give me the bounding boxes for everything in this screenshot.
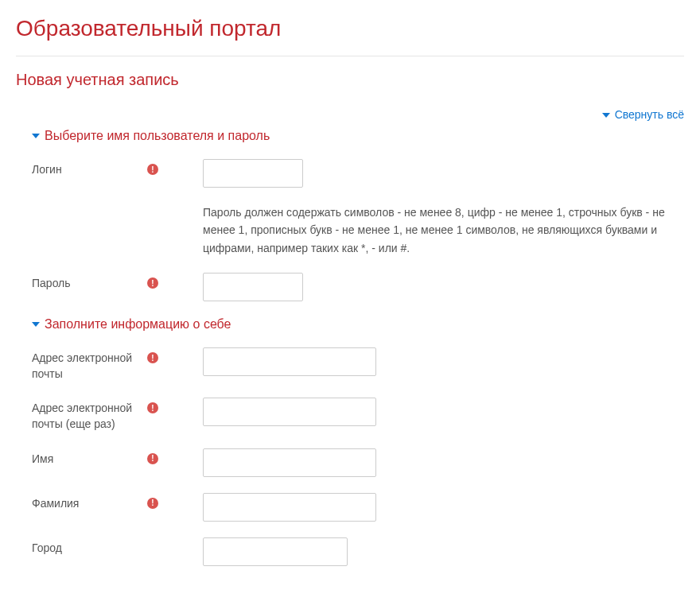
required-icon: ! <box>147 498 158 509</box>
login-input[interactable] <box>203 159 303 188</box>
divider <box>16 56 684 56</box>
collapse-all-link[interactable]: Свернуть всё <box>602 108 684 121</box>
section-personal: Заполните информацию о себе Адрес электр… <box>16 317 684 565</box>
email-confirm-input[interactable] <box>203 398 376 426</box>
password-help-text: Пароль должен содержать символов - не ме… <box>16 204 684 257</box>
section-credentials-header[interactable]: Выберите имя пользователя и пароль <box>16 129 684 143</box>
required-icon: ! <box>147 164 158 175</box>
email-label: Адрес электронной почты <box>32 351 141 382</box>
email-input[interactable] <box>203 347 376 376</box>
chevron-down-icon <box>32 134 40 138</box>
section-personal-title: Заполните информацию о себе <box>45 317 231 332</box>
field-firstname: Имя ! <box>16 448 684 477</box>
email-confirm-label: Адрес электронной почты (еще раз) <box>32 401 141 432</box>
chevron-down-icon <box>602 113 610 118</box>
portal-title[interactable]: Образовательный портал <box>16 16 684 41</box>
lastname-input[interactable] <box>203 493 376 522</box>
collapse-all-label: Свернуть всё <box>615 108 684 121</box>
chevron-down-icon <box>32 322 40 327</box>
field-lastname: Фамилия ! <box>16 493 684 522</box>
section-credentials: Выберите имя пользователя и пароль Логин… <box>16 129 684 301</box>
lastname-label: Фамилия <box>32 496 79 512</box>
password-input[interactable] <box>203 273 303 301</box>
city-label: Город <box>32 541 62 557</box>
firstname-input[interactable] <box>203 448 376 477</box>
password-label: Пароль <box>32 276 71 292</box>
required-icon: ! <box>147 352 158 363</box>
required-icon: ! <box>147 453 158 464</box>
field-login: Логин ! <box>16 159 684 188</box>
login-label: Логин <box>32 162 62 178</box>
field-email-confirm: Адрес электронной почты (еще раз) ! <box>16 398 684 432</box>
field-email: Адрес электронной почты ! <box>16 347 684 382</box>
field-password: Пароль ! <box>16 273 684 301</box>
required-icon: ! <box>147 277 158 289</box>
required-icon: ! <box>147 402 158 413</box>
firstname-label: Имя <box>32 452 53 468</box>
section-personal-header[interactable]: Заполните информацию о себе <box>16 317 684 332</box>
field-city: Город <box>16 537 684 566</box>
section-credentials-title: Выберите имя пользователя и пароль <box>45 129 270 143</box>
page-title: Новая учетная запись <box>16 71 684 89</box>
city-input[interactable] <box>203 537 348 566</box>
